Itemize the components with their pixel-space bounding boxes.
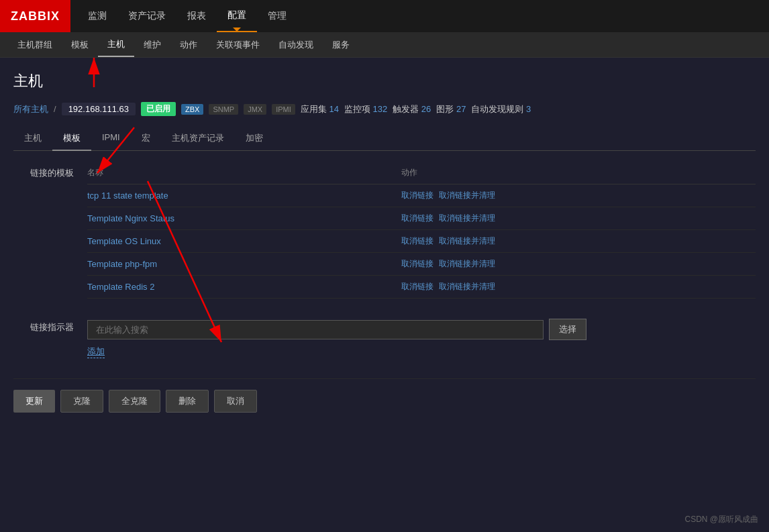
apps-count-link[interactable]: 14: [329, 104, 338, 114]
action-buttons: 更新 克隆 全克隆 删除 取消: [13, 378, 756, 413]
subnav-actions[interactable]: 动作: [170, 32, 207, 57]
nav-item-monitor[interactable]: 监测: [77, 0, 117, 32]
page-title: 主机: [13, 71, 756, 91]
snmp-badge: SNMP: [209, 104, 238, 115]
template-name-link[interactable]: tcp 11 state template: [87, 191, 168, 201]
footer-watermark: CSDN @愿听风成曲: [684, 514, 758, 525]
full-clone-button[interactable]: 全克隆: [109, 390, 160, 413]
table-row: Template Redis 2取消链接取消链接并清理: [87, 276, 756, 299]
unlink-action[interactable]: 取消链接: [401, 259, 433, 268]
graphs-count-link[interactable]: 27: [456, 104, 466, 114]
discovery-rules-count-label: 自动发现规则 3: [471, 103, 531, 115]
sub-navigation: 主机群组 模板 主机 维护 动作 关联项事件 自动发现 服务: [0, 32, 769, 58]
linked-indicators-label: 链接指示器: [13, 319, 74, 333]
template-name-link[interactable]: Template Nginx Status: [87, 213, 174, 223]
indicator-select-button[interactable]: 选择: [549, 319, 586, 340]
table-row: Template php-fpm取消链接取消链接并清理: [87, 253, 756, 276]
host-ip-badge: 192.168.111.63: [62, 103, 136, 115]
zbx-badge: ZBX: [181, 104, 203, 115]
breadcrumb-separator: /: [54, 104, 56, 114]
col-action-header: 动作: [401, 164, 756, 184]
host-info-bar: 所有主机 / 192.168.111.63 已启用 ZBX SNMP JMX I…: [13, 102, 756, 116]
tab-encryption[interactable]: 加密: [235, 127, 274, 151]
tab-host[interactable]: 主机: [13, 127, 52, 151]
top-nav-items: 监测 资产记录 报表 配置 管理: [77, 0, 297, 32]
templates-table: 名称 动作 tcp 11 state template取消链接取消链接并清理Te…: [87, 164, 756, 299]
triggers-count-link[interactable]: 26: [421, 104, 431, 114]
page-content: 主机 所有主机 / 192.168.111.63 已启用 ZBX SNMP JM…: [0, 58, 769, 532]
host-enabled-badge: 已启用: [141, 102, 176, 116]
col-name-header: 名称: [87, 164, 401, 184]
indicator-input-row: 选择: [87, 319, 756, 340]
ipmi-badge: IPMI: [272, 104, 295, 115]
template-name-link[interactable]: Template OS Linux: [87, 236, 161, 246]
linked-templates-content: 名称 动作 tcp 11 state template取消链接取消链接并清理Te…: [87, 164, 756, 299]
template-name-link[interactable]: Template php-fpm: [87, 259, 157, 269]
unlink-action[interactable]: 取消链接: [401, 213, 433, 223]
jmx-badge: JMX: [244, 104, 266, 115]
tab-asset-records[interactable]: 主机资产记录: [161, 127, 235, 151]
cancel-button[interactable]: 取消: [214, 390, 257, 413]
template-name-link[interactable]: Template Redis 2: [87, 282, 154, 292]
nav-item-admin[interactable]: 管理: [257, 0, 297, 32]
subnav-discovery[interactable]: 自动发现: [269, 32, 323, 57]
apps-count-label: 应用集 14: [301, 103, 339, 115]
page-tabs: 主机 模板 IPMI 宏 主机资产记录 加密: [13, 127, 756, 151]
tab-ipmi[interactable]: IPMI: [91, 127, 131, 151]
indicator-search-input[interactable]: [87, 320, 544, 339]
linked-indicators-content: 选择 添加: [87, 319, 756, 358]
subnav-event-correlation[interactable]: 关联项事件: [207, 32, 269, 57]
subnav-hosts[interactable]: 主机: [98, 32, 134, 57]
tab-macros[interactable]: 宏: [131, 127, 161, 151]
unlink-clear-action[interactable]: 取消链接并清理: [439, 236, 495, 246]
breadcrumb-all-hosts[interactable]: 所有主机: [13, 103, 48, 115]
nav-item-reports[interactable]: 报表: [176, 0, 217, 32]
subnav-templates[interactable]: 模板: [62, 32, 98, 57]
unlink-action[interactable]: 取消链接: [401, 282, 433, 291]
table-row: Template Nginx Status取消链接取消链接并清理: [87, 207, 756, 230]
delete-button[interactable]: 删除: [166, 390, 209, 413]
unlink-clear-action[interactable]: 取消链接并清理: [439, 213, 495, 223]
unlink-clear-action[interactable]: 取消链接并清理: [439, 259, 495, 268]
linked-indicators-section: 链接指示器 选择 添加: [13, 319, 756, 358]
unlink-action[interactable]: 取消链接: [401, 236, 433, 246]
subnav-maintenance[interactable]: 维护: [134, 32, 170, 57]
table-row: tcp 11 state template取消链接取消链接并清理: [87, 184, 756, 207]
linked-templates-label: 链接的模板: [13, 164, 74, 299]
tab-templates[interactable]: 模板: [52, 127, 91, 151]
unlink-clear-action[interactable]: 取消链接并清理: [439, 282, 495, 291]
unlink-action[interactable]: 取消链接: [401, 191, 433, 200]
triggers-count-label: 触发器 26: [393, 103, 431, 115]
update-button[interactable]: 更新: [13, 390, 55, 413]
subnav-hostgroups[interactable]: 主机群组: [8, 32, 62, 57]
nav-item-assets[interactable]: 资产记录: [117, 0, 176, 32]
items-count-label: 监控项 132: [344, 103, 387, 115]
discovery-rules-count-link[interactable]: 3: [526, 104, 531, 114]
top-navigation: ZABBIX 监测 资产记录 报表 配置 管理: [0, 0, 769, 32]
table-row: Template OS Linux取消链接取消链接并清理: [87, 230, 756, 253]
indicator-add-link[interactable]: 添加: [87, 345, 105, 358]
subnav-services[interactable]: 服务: [323, 32, 359, 57]
nav-item-config[interactable]: 配置: [217, 0, 257, 32]
clone-button[interactable]: 克隆: [60, 390, 103, 413]
linked-templates-section: 链接的模板 名称 动作 tcp 11 state template取消链接取消链…: [13, 164, 756, 299]
unlink-clear-action[interactable]: 取消链接并清理: [439, 191, 495, 200]
app-logo: ZABBIX: [0, 0, 70, 32]
items-count-link[interactable]: 132: [373, 104, 388, 114]
graphs-count-label: 图形 27: [436, 103, 466, 115]
